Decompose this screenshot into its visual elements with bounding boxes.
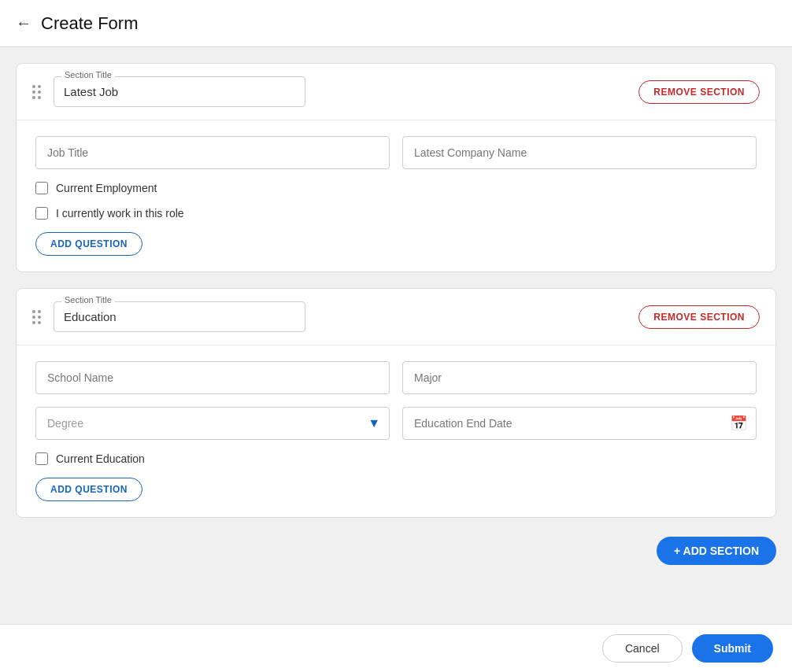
cancel-button[interactable]: Cancel <box>602 634 683 663</box>
current-employment-checkbox[interactable] <box>35 182 48 194</box>
fields-row-education-2: Degree High School Associate Bachelor Ma… <box>35 407 757 440</box>
currently-work-role-checkbox[interactable] <box>35 207 48 220</box>
section-body-latest-job: Current Employment I currently work in t… <box>17 120 775 271</box>
add-section-button[interactable]: + ADD SECTION <box>657 537 776 565</box>
current-employment-label: Current Employment <box>56 182 157 194</box>
current-education-checkbox[interactable] <box>35 452 48 465</box>
fields-row-latest-job <box>35 136 757 169</box>
footer: Cancel Submit <box>0 624 792 672</box>
drag-handle-latest-job[interactable] <box>32 85 41 99</box>
section-header-latest-job: Section Title REMOVE SECTION <box>17 64 775 120</box>
add-question-button-latest-job[interactable]: ADD QUESTION <box>35 232 142 256</box>
current-employment-checkbox-row: Current Employment <box>35 182 757 194</box>
remove-section-latest-job-button[interactable]: REMOVE SECTION <box>638 80 760 104</box>
section-title-input-education[interactable] <box>54 301 305 332</box>
job-title-input[interactable] <box>35 136 390 169</box>
section-body-education: Degree High School Associate Bachelor Ma… <box>17 345 775 517</box>
latest-company-name-input[interactable] <box>402 136 757 169</box>
education-end-date-wrapper: 📅 <box>402 407 757 440</box>
section-title-wrapper-education: Section Title <box>54 301 305 332</box>
current-education-checkbox-row: Current Education <box>35 452 757 465</box>
back-icon[interactable]: ← <box>16 14 31 32</box>
degree-select-wrapper: Degree High School Associate Bachelor Ma… <box>35 407 390 440</box>
current-education-label: Current Education <box>56 452 145 465</box>
section-title-input-latest-job[interactable] <box>54 76 305 107</box>
drag-handle-education[interactable] <box>32 310 41 324</box>
currently-work-role-label: I currently work in this role <box>56 207 184 220</box>
section-header-education: Section Title REMOVE SECTION <box>17 289 775 345</box>
section-latest-job: Section Title REMOVE SECTION Current Emp… <box>16 63 776 272</box>
section-title-label-education: Section Title <box>61 295 115 305</box>
currently-work-role-checkbox-row: I currently work in this role <box>35 207 757 220</box>
section-education: Section Title REMOVE SECTION Degree High… <box>16 288 776 518</box>
header: ← Create Form <box>0 0 792 47</box>
major-input[interactable] <box>402 361 757 394</box>
section-title-wrapper-latest-job: Section Title <box>54 76 305 107</box>
add-question-button-education[interactable]: ADD QUESTION <box>35 478 142 501</box>
fields-row-education-1 <box>35 361 757 394</box>
main-content: Section Title REMOVE SECTION Current Emp… <box>0 47 792 624</box>
submit-button[interactable]: Submit <box>692 634 773 663</box>
page-title: Create Form <box>41 13 138 34</box>
remove-section-education-button[interactable]: REMOVE SECTION <box>638 305 760 329</box>
degree-select[interactable]: Degree High School Associate Bachelor Ma… <box>35 407 390 440</box>
section-title-label-latest-job: Section Title <box>61 70 115 79</box>
school-name-input[interactable] <box>35 361 390 394</box>
education-end-date-input[interactable] <box>402 407 757 440</box>
